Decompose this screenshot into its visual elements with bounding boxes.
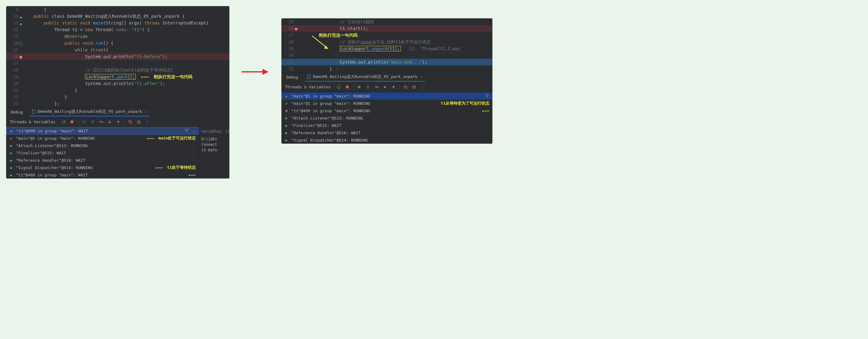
thread-row[interactable]: ▶"Finalizer"@515: WAIT	[281, 122, 492, 129]
step-out-icon[interactable]	[116, 119, 121, 125]
gutter[interactable]: 23	[6, 100, 23, 107]
code-line[interactable]: 32 }	[281, 65, 492, 72]
code-line[interactable]: 23 };	[6, 100, 229, 107]
code-editor-left[interactable]: 9 }10▶ public class Demo08_Waiting进入Runn…	[6, 6, 229, 107]
code-line[interactable]: 30	[281, 52, 492, 59]
code-line[interactable]: 18 // ②让t1线程执行park(此时处于等待状态)	[6, 67, 229, 73]
close-icon[interactable]: ×	[421, 75, 423, 79]
gutter[interactable]: 31	[281, 59, 299, 65]
code-line[interactable]: 20 System.out.println("t1-after");	[6, 80, 229, 87]
thread-row[interactable]: ▶"t1"@499 in group "main": WAIT←——	[6, 171, 199, 178]
chevron-down-icon[interactable]: ⌄	[193, 129, 195, 133]
code-line[interactable]: 14 public void run() {	[6, 40, 229, 46]
gutter[interactable]: 12	[6, 26, 23, 33]
gutter[interactable]: 13	[6, 33, 23, 40]
file-icon	[307, 75, 311, 79]
code-line[interactable]: 27 刚执行完这一句代码	[281, 32, 492, 38]
thread-row[interactable]: ▶"Signal Dispatcher"@514: RUNNING←——t1处于…	[6, 164, 199, 171]
step-over-icon[interactable]	[374, 84, 379, 90]
thread-label: "Attach Listener"@513: RUNNING	[16, 143, 196, 148]
thread-row[interactable]: ✔"main"@1 in group "main": RUNNING←——mai…	[6, 135, 199, 142]
thread-state-icon: ✔	[9, 136, 13, 141]
gutter[interactable]: 25	[281, 18, 299, 25]
gutter[interactable]: 10▶	[6, 13, 23, 20]
filter-icon[interactable]	[184, 128, 189, 134]
gutter[interactable]: 16	[6, 53, 23, 60]
debug-tab[interactable]: Debug	[9, 107, 25, 116]
pause-icon[interactable]	[365, 84, 371, 90]
code-line[interactable]: 17	[6, 60, 229, 67]
file-icon	[31, 109, 36, 114]
step-over-icon[interactable]	[98, 119, 104, 125]
code-content: }	[23, 6, 229, 13]
debug-tab[interactable]: Debug	[284, 72, 300, 81]
thread-row[interactable]: ≡"t1"@499 in group "main": RUNNING←——	[281, 107, 492, 114]
variables-tab[interactable]: Variables	[202, 129, 221, 134]
step-into-icon[interactable]	[382, 84, 388, 90]
gutter[interactable]: 14	[6, 40, 23, 46]
thread-row[interactable]: ▶"Signal Dispatcher"@514: RUNNING	[281, 136, 492, 144]
gutter[interactable]: 20	[6, 80, 23, 87]
code-line[interactable]: 10▶ public class Demo08_Waiting进入Runnabl…	[6, 13, 229, 20]
more-icon[interactable]: ⋮	[420, 84, 426, 90]
gutter[interactable]: 30	[281, 52, 299, 59]
rerun-icon[interactable]	[336, 84, 342, 90]
step-into-icon[interactable]	[107, 119, 113, 125]
code-line[interactable]: 15 while (true){	[6, 46, 229, 53]
gutter[interactable]: 19	[6, 73, 23, 80]
code-editor-right[interactable]: 25 // ①启动t1线程26 t1.start();27 刚执行完这一句代码2…	[281, 18, 492, 72]
gutter[interactable]: 29	[281, 45, 299, 52]
thread-row[interactable]: ▶"Reference Handler"@516: WAIT	[6, 157, 199, 164]
code-line[interactable]: 11▶ public static void main(String[] arg…	[6, 20, 229, 26]
console-tab[interactable]: Conso	[226, 129, 229, 134]
code-line[interactable]: 31 System.out.println("main end...");	[281, 59, 492, 65]
debug-file-tab[interactable]: Demo08_Waiting进入Runnable状态_05_park_unpar…	[305, 72, 425, 81]
code-line[interactable]: 29 LockSupport.unpark(t1); t1: "Thread[t…	[281, 45, 492, 52]
view-breakpoints-icon[interactable]	[403, 84, 408, 90]
code-line[interactable]: 25 // ①启动t1线程	[281, 18, 492, 25]
stop-icon[interactable]	[345, 84, 350, 90]
thread-row[interactable]: ▶"Attach Listener"@513: RUNNING	[281, 114, 492, 122]
code-line[interactable]: 22 }	[6, 94, 229, 100]
code-line[interactable]: 26 t1.start();	[281, 25, 492, 32]
gutter[interactable]: 18	[6, 67, 23, 73]
gutter[interactable]: 27	[281, 32, 299, 38]
code-line[interactable]: 12 Thread t1 = new Thread( name: "t1") {	[6, 26, 229, 33]
thread-row[interactable]: ✔"main"@1 in group "main": RUNNINGt1从等待变…	[281, 100, 492, 107]
gutter[interactable]: 17	[6, 60, 23, 67]
thread-row[interactable]: ✔"main"@1 in group "main": RUNNING	[281, 92, 492, 100]
thread-row[interactable]: ▶"t1"@499 in group "main": WAIT⌄	[6, 127, 199, 135]
gutter[interactable]: 28	[281, 38, 299, 45]
gutter[interactable]: 21	[6, 87, 23, 94]
gutter[interactable]: 22	[6, 94, 23, 100]
mute-breakpoints-icon[interactable]	[411, 84, 417, 90]
gutter[interactable]: 26	[281, 25, 299, 32]
thread-row[interactable]: ▶"Attach Listener"@513: RUNNING	[6, 142, 199, 149]
gutter[interactable]: 11▶	[6, 20, 23, 26]
thread-row[interactable]: ▶"Finalizer"@515: WAIT	[6, 149, 199, 157]
resume-icon[interactable]	[356, 84, 362, 90]
code-line[interactable]: 13 @Override	[6, 33, 229, 40]
code-line[interactable]: 9 }	[6, 6, 229, 13]
console-output: D:\jdk1Connectt1-befo	[202, 135, 227, 154]
code-content: public static void main(String[] args) t…	[23, 20, 229, 26]
pause-icon[interactable]	[90, 119, 95, 125]
gutter[interactable]: 9	[6, 6, 23, 13]
rerun-icon[interactable]	[61, 119, 66, 125]
resume-icon[interactable]	[81, 119, 87, 125]
stop-icon[interactable]	[69, 119, 75, 125]
step-out-icon[interactable]	[391, 84, 396, 90]
code-line[interactable]: 28 // ③执行unpark方法,此时t1处于可运行状态	[281, 38, 492, 45]
gutter[interactable]: 15	[6, 46, 23, 53]
mute-breakpoints-icon[interactable]	[136, 119, 142, 125]
code-line[interactable]: 19 LockSupport.park(); ←—— 刚执行完这一句代码	[6, 73, 229, 80]
code-line[interactable]: 21 }	[6, 87, 229, 94]
filter-icon[interactable]	[485, 94, 489, 99]
gutter[interactable]: 32	[281, 65, 299, 72]
debug-file-tab[interactable]: Demo08_Waiting进入Runnable状态_05_park_unpar…	[30, 107, 149, 116]
view-breakpoints-icon[interactable]	[128, 119, 133, 125]
thread-row[interactable]: ▶"Reference Handler"@516: WAIT	[281, 129, 492, 136]
code-line[interactable]: 16 System.out.println("t1-before");	[6, 53, 229, 60]
more-icon[interactable]: ⋮	[145, 119, 150, 125]
close-icon[interactable]: ×	[145, 109, 148, 114]
